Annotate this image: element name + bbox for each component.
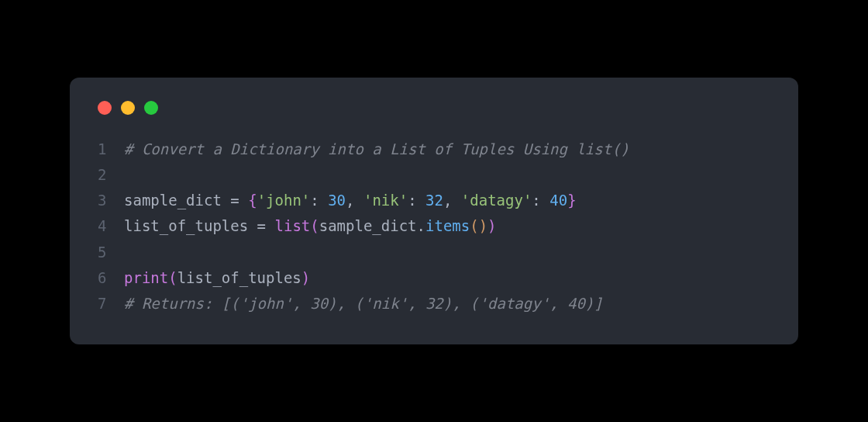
code-token: , <box>346 192 363 209</box>
code-token: = <box>257 217 266 234</box>
code-content: sample_dict = {'john': 30, 'nik': 32, 'd… <box>124 188 770 213</box>
code-token: ) <box>487 217 496 234</box>
code-area: 1# Convert a Dictionary into a List of T… <box>98 137 770 317</box>
code-token: ( <box>310 217 319 234</box>
code-line: 2 <box>98 162 770 188</box>
traffic-lights <box>98 101 770 115</box>
code-token: { <box>248 192 257 209</box>
line-number: 4 <box>98 213 124 239</box>
code-token: . <box>417 217 425 234</box>
code-token: () <box>470 217 487 234</box>
code-window: 1# Convert a Dictionary into a List of T… <box>70 78 798 345</box>
code-token: , <box>443 192 461 209</box>
code-token: # Convert a Dictionary into a List of Tu… <box>124 140 629 157</box>
line-number: 2 <box>98 162 124 188</box>
maximize-icon[interactable] <box>144 101 158 115</box>
code-token: list_of_tuples <box>124 217 257 234</box>
line-number: 3 <box>98 188 124 213</box>
code-token: ) <box>301 269 310 286</box>
code-content: print(list_of_tuples) <box>124 265 770 291</box>
code-token: 40 <box>549 192 567 209</box>
code-token: print <box>124 269 168 286</box>
code-content <box>124 240 770 265</box>
code-line: 3sample_dict = {'john': 30, 'nik': 32, '… <box>98 188 770 213</box>
code-token <box>266 217 274 234</box>
code-token: : <box>408 192 425 209</box>
code-line: 6print(list_of_tuples) <box>98 265 770 291</box>
code-content: list_of_tuples = list(sample_dict.items(… <box>124 213 770 239</box>
code-token: sample_dict <box>319 217 417 234</box>
code-content <box>124 162 770 188</box>
code-token: 'john' <box>257 192 311 209</box>
code-token: = <box>230 192 239 209</box>
code-token: 'nik' <box>363 192 408 209</box>
line-number: 7 <box>98 291 124 316</box>
code-token: list_of_tuples <box>177 269 301 286</box>
code-token <box>239 192 248 209</box>
code-line: 5 <box>98 240 770 265</box>
code-token: # Returns: [('john', 30), ('nik', 32), (… <box>124 295 603 312</box>
code-token: : <box>310 192 328 209</box>
code-token: 'datagy' <box>461 192 532 209</box>
close-icon[interactable] <box>98 101 112 115</box>
code-token: : <box>532 192 549 209</box>
code-content: # Convert a Dictionary into a List of Tu… <box>124 137 770 162</box>
code-token: list <box>275 217 311 234</box>
code-token: } <box>567 192 576 209</box>
code-token: sample_dict <box>124 192 230 209</box>
line-number: 6 <box>98 265 124 291</box>
line-number: 1 <box>98 137 124 162</box>
code-content: # Returns: [('john', 30), ('nik', 32), (… <box>124 291 770 316</box>
code-token: items <box>425 217 470 234</box>
code-token: 30 <box>328 192 346 209</box>
code-line: 7# Returns: [('john', 30), ('nik', 32), … <box>98 291 770 316</box>
code-token: 32 <box>425 192 443 209</box>
code-line: 1# Convert a Dictionary into a List of T… <box>98 137 770 162</box>
code-line: 4list_of_tuples = list(sample_dict.items… <box>98 213 770 239</box>
minimize-icon[interactable] <box>121 101 135 115</box>
line-number: 5 <box>98 240 124 265</box>
code-token: ( <box>168 269 177 286</box>
